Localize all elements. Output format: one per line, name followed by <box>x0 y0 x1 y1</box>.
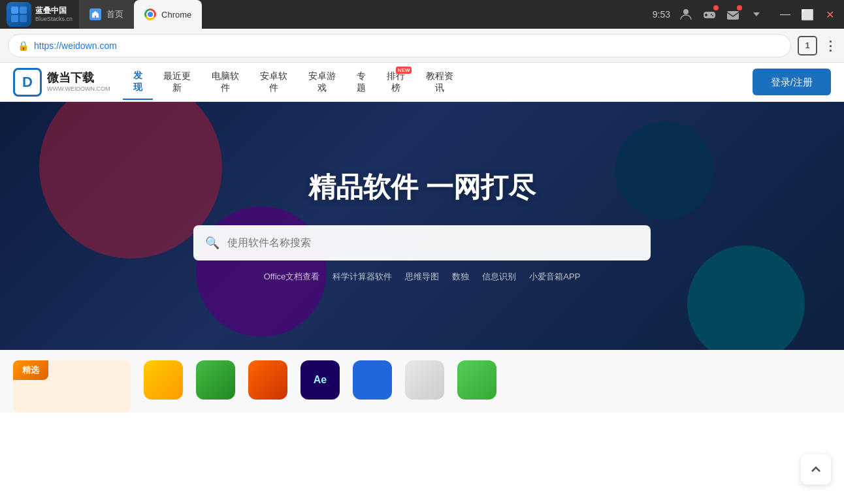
scroll-top-button[interactable] <box>801 454 831 484</box>
tab-chrome[interactable]: Chrome <box>134 0 202 29</box>
mail-badge <box>737 5 742 10</box>
hero-circle-3 <box>687 245 805 350</box>
tab-count-button[interactable]: 1 <box>798 36 817 55</box>
svg-rect-2 <box>11 15 18 22</box>
nav-item-topics[interactable]: 专题 <box>346 65 376 99</box>
chrome-tab-label: Chrome <box>161 10 191 20</box>
bluestacks-name: 蓝叠中国 <box>35 6 73 15</box>
search-tag-3[interactable]: 数独 <box>452 271 469 283</box>
home-tab-label: 首页 <box>106 8 123 20</box>
logo-text: 微当下载 WWW.WEIDOWN.COM <box>47 71 110 92</box>
logo-icon: D <box>13 68 42 97</box>
controller-icon[interactable] <box>702 7 717 22</box>
title-bar: 蓝叠中国 BlueStacks.cn 首页 Chrome 9:53 <box>0 0 844 29</box>
app-icons-row: Ae <box>144 360 831 400</box>
search-tag-4[interactable]: 信息识别 <box>482 271 516 283</box>
chrome-icon <box>144 8 156 20</box>
site-logo: D 微当下载 WWW.WEIDOWN.COM <box>13 68 110 97</box>
dropdown-icon[interactable] <box>749 7 764 22</box>
app-icon-4[interactable]: Ae <box>300 360 340 400</box>
svg-point-8 <box>711 14 712 15</box>
nav-items: 发现 最近更新 电脑软件 安卓软件 安卓游戏 专题 排行榜 NEW 教程资讯 <box>123 65 752 100</box>
featured-container: 精选 <box>13 360 131 413</box>
url-text: https://weidown.com <box>34 40 781 51</box>
bluestacks-icon <box>7 2 31 27</box>
svg-point-4 <box>683 9 689 14</box>
svg-point-9 <box>712 15 713 16</box>
time-display: 9:53 <box>653 9 670 20</box>
window-controls: — ⬜ ✕ <box>779 8 836 21</box>
hero-search-container: 🔍 Office文档查看 科学计算器软件 思维导图 数独 信息识别 小爱音箱AP… <box>193 225 651 283</box>
logo-cn: 微当下载 <box>47 71 110 86</box>
search-tags: Office文档查看 科学计算器软件 思维导图 数独 信息识别 小爱音箱APP <box>193 271 651 283</box>
nav-item-recent[interactable]: 最近更新 <box>153 65 201 99</box>
app-icon-3[interactable] <box>248 360 287 400</box>
user-icon[interactable] <box>678 7 694 22</box>
bluestacks-sub: BlueStacks.cn <box>35 16 73 23</box>
hero-title: 精品软件 一网打尽 <box>308 169 536 206</box>
app-icon-6[interactable] <box>405 360 444 400</box>
nav-item-ranking[interactable]: 排行榜 NEW <box>376 65 415 99</box>
webpage-content: D 微当下载 WWW.WEIDOWN.COM 发现 最近更新 电脑软件 安卓软件… <box>0 63 844 504</box>
browser-bar: 🔒 https://weidown.com 1 ⋮ <box>0 29 844 63</box>
svg-rect-0 <box>11 7 18 14</box>
minimize-button[interactable]: — <box>779 8 792 20</box>
svg-rect-10 <box>727 11 739 20</box>
app-icon-7[interactable] <box>457 360 496 400</box>
svg-rect-7 <box>705 14 707 16</box>
svg-rect-1 <box>20 7 27 14</box>
url-bar[interactable]: 🔒 https://weidown.com <box>8 34 791 57</box>
app-icon-5[interactable] <box>353 360 392 400</box>
site-nav: D 微当下载 WWW.WEIDOWN.COM 发现 最近更新 电脑软件 安卓软件… <box>0 63 844 102</box>
search-tag-5[interactable]: 小爱音箱APP <box>529 271 580 283</box>
search-tag-2[interactable]: 思维导图 <box>405 271 439 283</box>
new-badge: NEW <box>396 67 412 74</box>
more-options-button[interactable]: ⋮ <box>824 38 836 54</box>
app-icon-2[interactable] <box>196 360 235 400</box>
close-button[interactable]: ✕ <box>823 8 836 21</box>
bluestacks-logo: 蓝叠中国 BlueStacks.cn <box>0 2 79 27</box>
nav-item-tutorials[interactable]: 教程资讯 <box>415 65 464 99</box>
featured-badge: 精选 <box>13 360 48 380</box>
hero-circle-4 <box>615 121 713 219</box>
bottom-strip: 精选 Ae <box>0 350 844 413</box>
search-tag-0[interactable]: Office文档查看 <box>264 271 320 283</box>
mail-icon[interactable] <box>725 7 741 22</box>
controller-badge <box>713 5 719 10</box>
search-icon: 🔍 <box>205 236 219 250</box>
nav-item-discover[interactable]: 发现 <box>123 65 153 100</box>
svg-rect-3 <box>20 15 27 22</box>
maximize-button[interactable]: ⬜ <box>801 8 814 21</box>
search-input[interactable] <box>227 237 639 249</box>
nav-item-pc-software[interactable]: 电脑软件 <box>201 65 250 99</box>
nav-item-android-games[interactable]: 安卓游戏 <box>298 65 346 99</box>
lock-icon: 🔒 <box>18 40 29 51</box>
app-icon-1[interactable] <box>144 360 183 400</box>
search-box[interactable]: 🔍 <box>193 225 651 260</box>
home-tab-icon <box>89 8 101 20</box>
search-tag-1[interactable]: 科学计算器软件 <box>333 271 392 283</box>
logo-en: WWW.WEIDOWN.COM <box>47 86 110 93</box>
title-bar-right: 9:53 <box>653 7 844 22</box>
hero-section: 精品软件 一网打尽 🔍 Office文档查看 科学计算器软件 思维导图 数独 信… <box>0 102 844 350</box>
login-register-button[interactable]: 登录/注册 <box>753 69 831 95</box>
nav-item-android-software[interactable]: 安卓软件 <box>250 65 298 99</box>
tab-home[interactable]: 首页 <box>79 0 134 29</box>
